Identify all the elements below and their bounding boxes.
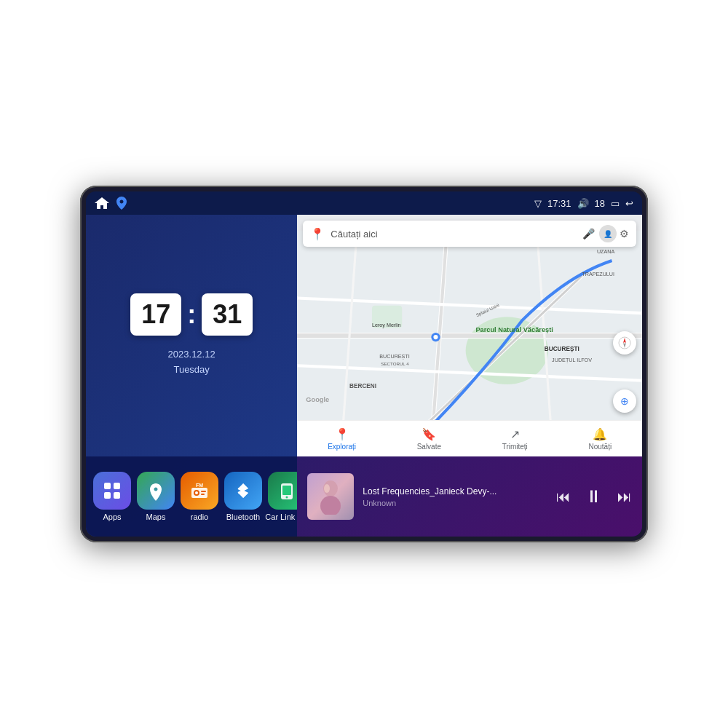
clock-date-value: 2023.12.12 xyxy=(168,347,215,363)
volume-level: 18 xyxy=(595,198,605,209)
svg-text:Google: Google xyxy=(306,396,330,403)
app-bar: Apps Maps xyxy=(86,456,297,537)
svg-rect-7 xyxy=(201,491,206,492)
svg-rect-1 xyxy=(114,483,120,489)
map-nav-explore[interactable]: 📍 Explorați xyxy=(328,427,356,451)
bluetooth-label: Bluetooth xyxy=(226,513,260,521)
music-controls: ⏮ ⏸ ⏭ xyxy=(556,486,632,507)
apps-icon xyxy=(93,472,131,510)
explore-label: Explorați xyxy=(328,443,356,451)
app-item-maps[interactable]: Maps xyxy=(134,472,178,521)
svg-text:Leroy Merlin: Leroy Merlin xyxy=(372,322,401,328)
maps-label: Maps xyxy=(146,513,166,521)
status-right: ▽ 17:31 🔊 18 ▭ ↩ xyxy=(534,198,633,209)
map-section[interactable]: Parcul Natural Văcărești Leroy Merlin BU… xyxy=(297,215,642,456)
news-icon: 🔔 xyxy=(593,427,607,441)
play-pause-button[interactable]: ⏸ xyxy=(585,486,603,507)
svg-text:JUDEȚUL ILFOV: JUDEȚUL ILFOV xyxy=(552,357,592,363)
map-zoom-button[interactable]: ⊕ xyxy=(613,389,636,413)
device-frame: ▽ 17:31 🔊 18 ▭ ↩ 17 : 31 xyxy=(80,186,648,542)
map-nav-bar: 📍 Explorați 🔖 Salvate ↗ Trimiteți 🔔 xyxy=(297,420,642,456)
signal-icon: ▽ xyxy=(534,198,542,209)
music-title: Lost Frequencies_Janieck Devy-... xyxy=(363,486,508,496)
app-item-bluetooth[interactable]: Bluetooth xyxy=(221,472,265,521)
map-nav-saved[interactable]: 🔖 Salvate xyxy=(417,427,441,451)
map-mic-icon[interactable]: 🎤 xyxy=(582,228,595,240)
explore-icon: 📍 xyxy=(335,427,349,441)
svg-point-38 xyxy=(434,335,438,339)
news-label: Noutăți xyxy=(588,443,612,451)
share-label: Trimiteți xyxy=(502,443,528,451)
home-icon[interactable] xyxy=(95,197,109,209)
map-nav-news[interactable]: 🔔 Noutăți xyxy=(588,427,612,451)
svg-rect-2 xyxy=(104,492,111,499)
music-thumbnail xyxy=(307,473,354,520)
svg-rect-8 xyxy=(201,494,205,495)
clock-date: 2023.12.12 Tuesday xyxy=(168,347,215,378)
svg-point-43 xyxy=(320,496,341,515)
music-player: Lost Frequencies_Janieck Devy-... Unknow… xyxy=(297,456,642,537)
clock-display: 17 : 31 xyxy=(130,293,253,336)
svg-text:Parcul Natural Văcărești: Parcul Natural Văcărești xyxy=(476,326,553,333)
volume-icon: 🔊 xyxy=(577,198,589,209)
clock-day-value: Tuesday xyxy=(168,363,215,378)
svg-text:BUCUREȘTI: BUCUREȘTI xyxy=(380,353,411,360)
saved-icon: 🔖 xyxy=(422,427,436,441)
map-nav-share[interactable]: ↗ Trimiteți xyxy=(502,427,528,451)
battery-icon: ▭ xyxy=(611,198,620,209)
left-panel: 17 : 31 2023.12.12 Tuesday xyxy=(86,215,297,537)
prev-button[interactable]: ⏮ xyxy=(556,488,571,505)
clock-section: 17 : 31 2023.12.12 Tuesday xyxy=(86,215,297,456)
svg-text:BERCENI: BERCENI xyxy=(349,383,376,389)
map-search-text: Căutați aici xyxy=(331,229,582,240)
svg-text:TRAPEZULUI: TRAPEZULUI xyxy=(582,271,615,277)
music-artist: Unknown xyxy=(363,499,547,507)
music-info: Lost Frequencies_Janieck Devy-... Unknow… xyxy=(363,486,547,507)
map-compass-button[interactable] xyxy=(613,331,636,355)
status-bar: ▽ 17:31 🔊 18 ▭ ↩ xyxy=(86,191,642,215)
svg-text:SECTORUL 4: SECTORUL 4 xyxy=(381,361,410,366)
map-settings-icon[interactable]: ⚙ xyxy=(620,228,629,240)
app-item-radio[interactable]: FM radio xyxy=(178,472,221,521)
bluetooth-icon xyxy=(224,472,262,510)
svg-rect-11 xyxy=(282,486,291,495)
map-search-bar[interactable]: 📍 Căutați aici 🎤 👤 ⚙ xyxy=(303,221,636,247)
svg-point-44 xyxy=(324,484,330,493)
radio-label: radio xyxy=(191,513,208,521)
clock-minutes: 31 xyxy=(202,293,253,336)
radio-icon: FM xyxy=(181,472,218,510)
clock-hours: 17 xyxy=(130,293,181,336)
main-content: 17 : 31 2023.12.12 Tuesday xyxy=(86,215,642,537)
back-icon[interactable]: ↩ xyxy=(625,198,633,209)
next-button[interactable]: ⏭ xyxy=(617,488,632,505)
music-thumb-image xyxy=(307,473,354,520)
svg-point-12 xyxy=(286,496,288,499)
status-left xyxy=(95,197,127,210)
svg-rect-3 xyxy=(114,492,120,499)
svg-point-6 xyxy=(195,491,198,494)
apps-label: Apps xyxy=(103,513,121,521)
svg-text:UZANA: UZANA xyxy=(597,248,615,255)
maps-pin-icon[interactable] xyxy=(116,197,127,210)
right-panel: Parcul Natural Văcărești Leroy Merlin BU… xyxy=(297,215,642,537)
clock-separator: : xyxy=(187,299,196,330)
time-display: 17:31 xyxy=(547,198,571,209)
device-screen: ▽ 17:31 🔊 18 ▭ ↩ 17 : 31 xyxy=(86,191,642,537)
app-item-apps[interactable]: Apps xyxy=(90,472,134,521)
share-icon: ↗ xyxy=(510,427,520,441)
svg-rect-0 xyxy=(104,483,111,489)
svg-text:BUCUREȘTI: BUCUREȘTI xyxy=(545,346,579,352)
saved-label: Salvate xyxy=(417,443,441,451)
maps-icon xyxy=(137,472,175,510)
svg-text:FM: FM xyxy=(196,483,203,488)
map-avatar[interactable]: 👤 xyxy=(599,225,617,242)
map-search-pin-icon: 📍 xyxy=(310,227,325,241)
